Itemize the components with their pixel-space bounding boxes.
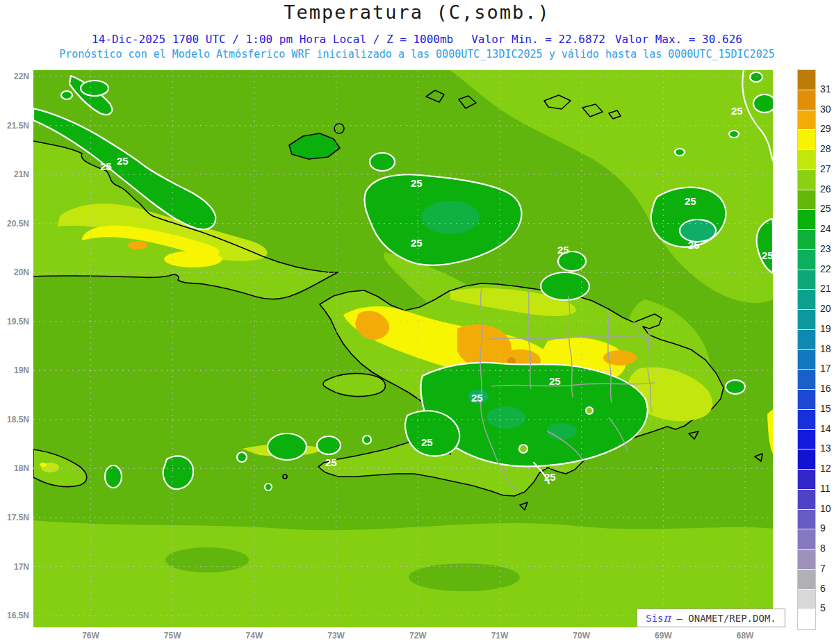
model-info-line: Pronóstico con el Modelo Atmósferico WRF… xyxy=(0,48,834,60)
contour-label: 25 xyxy=(411,177,423,189)
colorbar-tick-label: 22 xyxy=(820,263,831,274)
temperature-contour-map: 25 25 25 25 25 25 25 25 25 25 25 25 25 2… xyxy=(33,70,773,627)
contour-label: 25 xyxy=(471,392,483,404)
lat-tick-label: 18N xyxy=(0,463,29,473)
cool-blob-north-dr-coast xyxy=(541,272,589,300)
contour-hole xyxy=(586,407,593,414)
colorbar-cell xyxy=(798,170,815,190)
contour-label: 25 xyxy=(117,155,129,167)
cool-blob xyxy=(370,153,395,171)
colorbar-tick-label: 6 xyxy=(820,583,826,594)
cool-blob xyxy=(753,94,773,113)
colorbar-cell xyxy=(798,270,815,290)
cuba-orange-spot xyxy=(128,241,147,249)
colorbar-cell xyxy=(798,410,815,430)
colorbar-tick-label: 21 xyxy=(820,283,831,294)
colorbar-cell xyxy=(798,590,815,610)
colorbar-cell xyxy=(798,550,815,570)
cool-inner-patch xyxy=(421,201,480,234)
lon-tick-label: 70W xyxy=(568,631,596,641)
cool-blob xyxy=(268,434,306,460)
cool-blob xyxy=(726,380,745,394)
colorbar-tick-label: 23 xyxy=(820,243,831,254)
lat-tick-label: 21.5N xyxy=(0,121,29,131)
colorbar-tick-label: 7 xyxy=(820,563,826,574)
forecast-info-line: 14-Dic-2025 1700 UTC / 1:00 pm Hora Loca… xyxy=(0,33,834,46)
lat-tick-label: 16.5N xyxy=(0,611,29,620)
colorbar-tick-label: 5 xyxy=(820,602,826,613)
colorbar-cell xyxy=(798,210,815,230)
page-title: Temperatura (C,somb.) xyxy=(0,1,834,23)
lon-tick-label: 75W xyxy=(158,631,186,641)
cool-patch xyxy=(409,563,520,591)
lon-tick-label: 72W xyxy=(404,631,432,641)
colorbar-tick-label: 27 xyxy=(820,163,831,174)
lon-tick-label: 76W xyxy=(77,631,105,641)
colorbar-tick-label: 16 xyxy=(820,383,831,394)
colorbar-cell xyxy=(798,70,815,90)
cool-blob xyxy=(317,436,341,454)
cool-blob xyxy=(81,81,108,96)
cool-blob xyxy=(163,456,193,489)
contour-label: 25 xyxy=(557,244,569,256)
lat-tick-label: 17.5N xyxy=(0,513,29,522)
colorbar-tick-labels: 3130292827262524232221201918171615141312… xyxy=(820,69,834,629)
colorbar-cell xyxy=(798,130,815,150)
lon-tick-label: 69W xyxy=(649,631,677,641)
weather-map-page: Temperatura (C,somb.) 14-Dic-2025 1700 U… xyxy=(0,0,834,644)
lat-tick-label: 18.5N xyxy=(0,415,29,424)
colorbar-cell xyxy=(798,150,815,170)
colorbar-tick-label: 17 xyxy=(820,363,831,374)
colorbar-cell xyxy=(798,449,815,470)
colorbar-tick-label: 31 xyxy=(820,83,831,94)
contour-label: 25 xyxy=(688,239,700,251)
cooler-inner-patch xyxy=(486,406,525,429)
colorbar-cell xyxy=(798,510,815,530)
colorbar-tick-label: 11 xyxy=(820,483,831,494)
attribution-box: Sisπ – ONAMET/REP.DOM. xyxy=(637,609,785,627)
colorbar-cell xyxy=(798,609,815,629)
lat-tick-label: 20N xyxy=(0,267,29,277)
lon-tick-label: 74W xyxy=(240,631,268,641)
colorbar-tick-label: 8 xyxy=(820,543,826,554)
lon-tick-label: 68W xyxy=(731,631,759,641)
colorbar-tick-label: 15 xyxy=(820,403,831,414)
contour-label: 25 xyxy=(762,249,773,261)
lon-tick-label: 71W xyxy=(486,631,514,641)
colorbar-tick-label: 12 xyxy=(820,463,831,474)
colorbar-tick-label: 30 xyxy=(820,104,831,115)
lat-tick-label: 19N xyxy=(0,365,29,375)
colorbar-tick-label: 9 xyxy=(820,522,826,534)
forecast-datetime: 14-Dic-2025 1700 UTC / 1:00 pm Hora Loca… xyxy=(92,33,453,46)
colorbar-cell xyxy=(798,190,815,210)
contour-label: 25 xyxy=(100,160,112,172)
lat-tick-label: 19.5N xyxy=(0,317,29,327)
colorbar-tick-label: 26 xyxy=(820,183,831,195)
colorbar-tick-label: 19 xyxy=(820,323,831,334)
contour-hole xyxy=(519,445,528,453)
colorbar-cell xyxy=(798,250,815,270)
cool-blob xyxy=(363,436,371,444)
value-max: Valor Max. = 30.626 xyxy=(615,33,742,46)
cooler-inner-patch xyxy=(546,423,577,440)
lat-tick-label: 20.5N xyxy=(0,219,29,229)
jamaica-hot-dot xyxy=(40,463,47,467)
colorbar-cell xyxy=(798,370,815,390)
attribution-text: – ONAMET/REP.DOM. xyxy=(671,613,776,624)
colorbar-tick-label: 24 xyxy=(820,223,831,234)
temperature-colorbar xyxy=(797,69,816,630)
colorbar-tick-label: 14 xyxy=(820,423,831,434)
cool-blob xyxy=(750,72,762,82)
contour-label: 25 xyxy=(544,471,556,483)
colorbar-tick-label: 18 xyxy=(820,343,831,354)
temperature-map: 25 25 25 25 25 25 25 25 25 25 25 25 25 2… xyxy=(33,70,773,627)
cool-blob xyxy=(729,131,739,138)
lat-tick-label: 22N xyxy=(0,72,29,81)
colorbar-tick-label: 13 xyxy=(820,443,831,454)
colorbar-tick-label: 28 xyxy=(820,143,831,154)
colorbar-cell xyxy=(798,90,815,110)
cool-blob xyxy=(105,465,122,488)
contour-label: 25 xyxy=(549,375,561,387)
cool-blob xyxy=(61,91,72,99)
contour-label: 25 xyxy=(685,195,696,207)
